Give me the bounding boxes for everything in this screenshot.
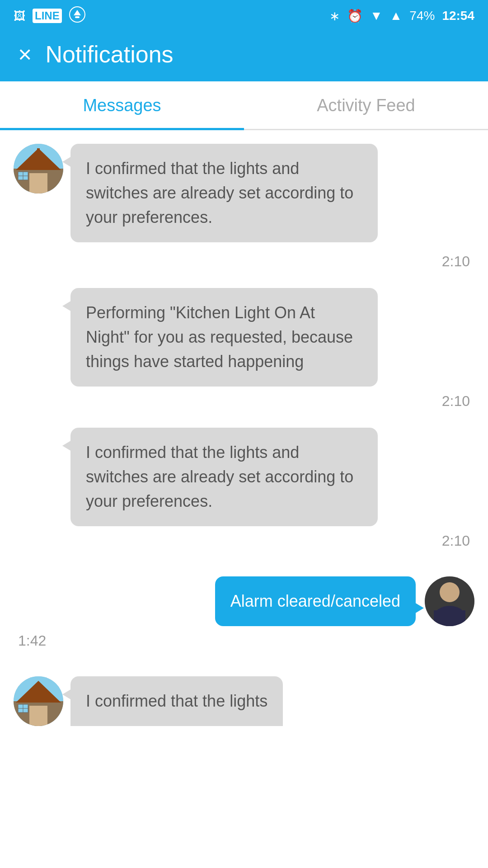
upload-icon: [69, 6, 85, 26]
message-bubble: I confirmed that the lights and switches…: [70, 428, 378, 526]
svg-rect-18: [29, 706, 47, 726]
message-timestamp: 1:42: [0, 631, 488, 658]
alarm-icon: ⏰: [347, 9, 363, 24]
message-bubble: Performing "Kitchen Light On At Night" f…: [70, 288, 378, 387]
time-text: 12:54: [442, 9, 474, 23]
svg-rect-6: [29, 173, 47, 193]
svg-marker-10: [37, 148, 40, 152]
svg-marker-1: [74, 10, 81, 15]
tab-bar: Messages Activity Feed: [0, 81, 488, 130]
tab-messages[interactable]: Messages: [0, 81, 244, 130]
status-bar: 🖼 LINE ∗ ⏰ ▼ ▲ 74% 12:54: [0, 0, 488, 32]
page-title: Notifications: [45, 41, 173, 68]
tab-activity-feed[interactable]: Activity Feed: [244, 81, 488, 129]
message-row: I confirmed that the lights and switches…: [0, 428, 488, 526]
line-icon: LINE: [33, 9, 62, 23]
status-bar-left: 🖼 LINE: [14, 6, 85, 26]
header: × Notifications: [0, 32, 488, 81]
bubble-container: I confirmed that the lights: [70, 676, 283, 726]
signal-icon: ▲: [390, 9, 403, 23]
message-row: Performing "Kitchen Light On At Night" f…: [0, 288, 488, 387]
outgoing-row: Alarm cleared/canceled: [0, 572, 488, 631]
status-bar-right: ∗ ⏰ ▼ ▲ 74% 12:54: [329, 9, 474, 24]
message-bubble: Alarm cleared/canceled: [215, 576, 416, 626]
image-icon: 🖼: [14, 9, 25, 23]
bubble-container: I confirmed that the lights and switches…: [70, 144, 378, 242]
message-timestamp: 2:10: [0, 531, 488, 558]
message-row: I confirmed that the lights and switches…: [0, 139, 488, 247]
avatar: [425, 576, 474, 626]
message-timestamp: 2:10: [0, 251, 488, 279]
messages-area: I confirmed that the lights and switches…: [0, 130, 488, 740]
wifi-icon: ▼: [370, 9, 383, 23]
bluetooth-icon: ∗: [329, 9, 340, 24]
svg-point-12: [440, 582, 460, 602]
message-row: I confirmed that the lights: [0, 672, 488, 731]
message-bubble: I confirmed that the lights: [70, 676, 283, 726]
avatar: [14, 676, 63, 726]
svg-rect-2: [75, 16, 80, 18]
message-bubble: I confirmed that the lights and switches…: [70, 144, 378, 242]
message-row: Alarm cleared/canceled 1:42: [0, 572, 488, 658]
svg-rect-14: [434, 610, 465, 626]
avatar: [14, 144, 63, 193]
message-timestamp: 2:10: [0, 391, 488, 419]
close-button[interactable]: ×: [18, 42, 32, 66]
partial-row: I confirmed that the lights: [0, 672, 488, 731]
battery-text: 74%: [409, 9, 435, 23]
